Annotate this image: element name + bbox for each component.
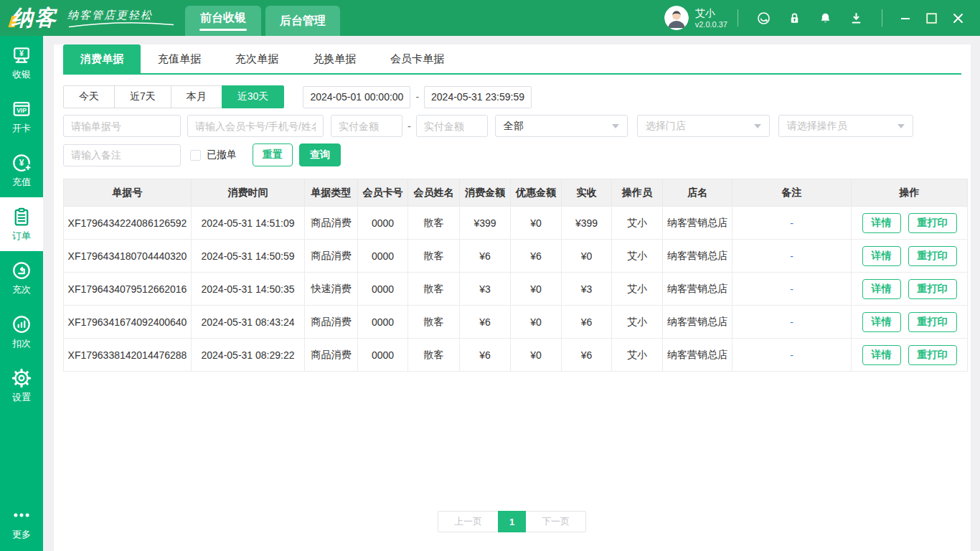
cell-store: 纳客营销总店 — [663, 207, 732, 240]
store-select[interactable]: 选择门店 — [637, 115, 770, 137]
deduct-times-icon — [11, 314, 32, 335]
cell-discount: ¥0 — [511, 306, 562, 339]
sidebar-item-label: 更多 — [12, 528, 31, 541]
sidebar-item-cashier[interactable]: ¥收银 — [0, 36, 43, 90]
app-version: v2.0.0.37 — [695, 20, 727, 29]
column-header-0: 单据号 — [64, 179, 192, 207]
cancelled-checkbox[interactable] — [190, 150, 201, 161]
order-no-input[interactable] — [63, 115, 181, 137]
tab-member-card-orders[interactable]: 会员卡单据 — [373, 44, 461, 73]
cell-discount: ¥0 — [511, 339, 562, 372]
cell-actions: 详情重打印 — [852, 207, 968, 240]
tab-recharge-orders[interactable]: 充值单据 — [141, 44, 218, 73]
sidebar-item-recharge[interactable]: ¥充值 — [0, 143, 43, 197]
cell-time: 2024-05-31 08:29:22 — [192, 339, 305, 372]
cell-member: 散客 — [408, 240, 460, 273]
cell-operator: 艾小 — [612, 306, 663, 339]
sidebar-item-recharge-times[interactable]: 充次 — [0, 251, 43, 305]
preset-this-month[interactable]: 本月 — [171, 85, 222, 108]
column-header-9: 店名 — [663, 179, 732, 207]
cell-member: 散客 — [408, 273, 460, 306]
member-search-input[interactable] — [187, 115, 324, 137]
detail-button[interactable]: 详情 — [862, 279, 901, 299]
user-menu[interactable]: 艾小 v2.0.0.37 — [664, 6, 727, 30]
recharge-times-icon — [11, 260, 32, 281]
customer-service-icon[interactable] — [756, 11, 771, 26]
table-body: XF17964342240861265922024-05-31 14:51:09… — [64, 207, 968, 372]
detail-button[interactable]: 详情 — [862, 213, 901, 233]
operator-select-placeholder: 请选择操作员 — [787, 120, 897, 133]
preset-last-30-days[interactable]: 近30天 — [222, 85, 285, 108]
divider — [738, 9, 738, 27]
detail-button[interactable]: 详情 — [862, 345, 901, 365]
reprint-button[interactable]: 重打印 — [908, 246, 957, 266]
pagination: 上一页 1 下一页 — [54, 511, 971, 532]
reprint-button[interactable]: 重打印 — [908, 279, 957, 299]
cell-discount: ¥0 — [511, 273, 562, 306]
sidebar-item-orders[interactable]: 订单 — [0, 197, 43, 251]
cell-operator: 艾小 — [612, 240, 663, 273]
table-row: XF17964340795126620162024-05-31 14:50:35… — [64, 273, 968, 306]
document-tabs: 消费单据充值单据充次单据兑换单据会员卡单据 — [63, 44, 961, 75]
next-page-button[interactable]: 下一页 — [525, 511, 586, 532]
search-button[interactable]: 查询 — [299, 143, 341, 166]
tab-back-admin[interactable]: 后台管理 — [265, 6, 340, 36]
svg-text:¥: ¥ — [19, 158, 24, 168]
detail-button[interactable]: 详情 — [862, 312, 901, 332]
cell-actions: 详情重打印 — [852, 273, 968, 306]
svg-text:VIP: VIP — [17, 107, 27, 114]
prev-page-button[interactable]: 上一页 — [438, 511, 499, 532]
avatar — [664, 6, 689, 30]
amount-range-separator: - — [407, 121, 411, 132]
reset-button[interactable]: 重置 — [253, 143, 293, 166]
maximize-button[interactable] — [926, 13, 937, 24]
cell-store: 纳客营销总店 — [663, 306, 732, 339]
type-select[interactable]: 全部 — [495, 115, 628, 137]
sidebar-item-label: 设置 — [12, 391, 31, 404]
close-button[interactable] — [953, 13, 963, 24]
tab-exchange-orders[interactable]: 兑换单据 — [296, 44, 373, 73]
sidebar-item-settings[interactable]: 设置 — [0, 359, 43, 413]
date-to-input[interactable]: 2024-05-31 23:59:59 — [424, 86, 532, 108]
operator-select[interactable]: 请选择操作员 — [778, 115, 913, 137]
cell-remark: - — [732, 306, 852, 339]
tab-times-orders[interactable]: 充次单据 — [218, 44, 296, 73]
remark-input[interactable] — [63, 144, 181, 166]
preset-last-7-days[interactable]: 近7天 — [114, 85, 171, 108]
reprint-button[interactable]: 重打印 — [908, 213, 957, 233]
content-card: 消费单据充值单据充次单据兑换单据会员卡单据 今天近7天本月近30天 2024-0… — [54, 44, 971, 551]
tab-front-cashier[interactable]: 前台收银 — [185, 6, 261, 36]
reprint-button[interactable]: 重打印 — [908, 345, 957, 365]
detail-button[interactable]: 详情 — [862, 246, 901, 266]
cell-card-no: 0000 — [358, 339, 408, 372]
cell-card-no: 0000 — [358, 240, 408, 273]
download-icon[interactable] — [849, 11, 864, 26]
vip-card-icon: VIP — [11, 98, 32, 120]
minimize-button[interactable] — [900, 13, 910, 23]
date-from-input[interactable]: 2024-05-01 00:00:00 — [303, 86, 410, 108]
lock-icon[interactable] — [787, 11, 802, 26]
cell-card-no: 0000 — [358, 273, 408, 306]
sidebar-item-deduct-times[interactable]: 扣次 — [0, 305, 43, 359]
reprint-button[interactable]: 重打印 — [908, 312, 957, 332]
notifications-icon[interactable] — [818, 11, 833, 26]
preset-today[interactable]: 今天 — [63, 85, 115, 108]
amount-max-input[interactable] — [416, 115, 488, 137]
sidebar-item-more[interactable]: 更多 — [0, 499, 43, 545]
main-area: 消费单据充值单据充次单据兑换单据会员卡单据 今天近7天本月近30天 2024-0… — [43, 36, 980, 551]
cancelled-checkbox-label: 已撤单 — [207, 149, 237, 161]
sidebar-item-open-card[interactable]: VIP开卡 — [0, 90, 43, 143]
column-header-2: 单据类型 — [305, 179, 358, 207]
date-presets: 今天近7天本月近30天 — [63, 85, 284, 108]
slogan-text: 纳客管店更轻松 — [67, 9, 153, 22]
cell-paid: ¥6 — [562, 339, 612, 372]
cell-time: 2024-05-31 14:51:09 — [192, 207, 305, 240]
cell-store: 纳客营销总店 — [663, 339, 732, 372]
cell-paid: ¥0 — [562, 240, 612, 273]
table-row: XF17964341807044403202024-05-31 14:50:59… — [64, 240, 968, 273]
current-page-button[interactable]: 1 — [498, 511, 526, 532]
orders-table: 单据号消费时间单据类型会员卡号会员姓名消费金额优惠金额实收操作员店名备注操作 X… — [63, 179, 968, 372]
amount-min-input[interactable] — [331, 115, 402, 137]
table-row: XF17963416740924006402024-05-31 08:43:24… — [64, 306, 968, 339]
tab-consume-orders[interactable]: 消费单据 — [63, 44, 141, 73]
